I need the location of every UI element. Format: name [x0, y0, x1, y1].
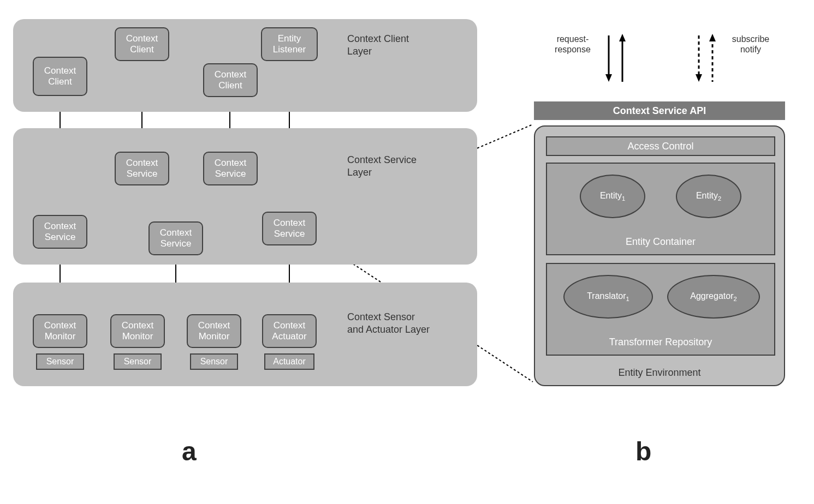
context-service-4: Context Service: [148, 221, 203, 255]
entity-environment-label: Entity Environment: [535, 367, 784, 379]
context-service-1: Context Service: [33, 215, 87, 249]
context-monitor-1: Context Monitor: [33, 314, 87, 348]
transformer-repo-label: Transformer Repository: [547, 337, 774, 348]
context-actuator: Context Actuator: [262, 314, 317, 348]
context-monitor-3: Context Monitor: [187, 314, 241, 348]
context-service-5: Context Service: [262, 212, 317, 245]
translator-1: Translator1: [563, 275, 653, 319]
sensor-2: Sensor: [114, 353, 162, 370]
context-client-2: Context Client: [115, 27, 169, 61]
figure-label-a: a: [182, 436, 197, 466]
entity-2: Entity2: [676, 175, 741, 218]
sensor-3: Sensor: [190, 353, 238, 370]
entity-container: Entity1 Entity2 Entity Container: [546, 163, 775, 255]
context-monitor-2: Context Monitor: [110, 314, 165, 348]
context-client-3: Context Client: [203, 63, 258, 97]
entity-environment: Access Control Entity1 Entity2 Entity Co…: [534, 125, 785, 386]
figure-label-b: b: [635, 436, 651, 466]
entity-listener: Entity Listener: [261, 27, 318, 61]
context-service-api-bar: Context Service API: [534, 101, 785, 120]
sensor-layer-label: Context Sensor and Actuator Layer: [347, 311, 473, 337]
context-service-2: Context Service: [115, 152, 169, 185]
svg-marker-164: [619, 34, 626, 41]
context-service-3: Context Service: [203, 152, 258, 185]
access-control: Access Control: [546, 136, 775, 156]
entity-container-label: Entity Container: [547, 236, 774, 248]
sensor-1: Sensor: [36, 353, 84, 370]
client-layer-label: Context Client Layer: [347, 33, 456, 58]
aggregator-2: Aggregator2: [667, 275, 760, 319]
svg-marker-166: [696, 74, 702, 82]
service-layer-label: Context Service Layer: [347, 154, 456, 179]
entity-1: Entity1: [580, 175, 645, 218]
svg-marker-168: [709, 34, 716, 41]
actuator: Actuator: [264, 353, 314, 370]
svg-marker-162: [605, 74, 612, 82]
legend-request-response: request- response: [548, 34, 597, 55]
legend-subscribe-notify: subscribe notify: [726, 34, 775, 55]
context-client-1: Context Client: [33, 57, 87, 96]
transformer-repository: Translator1 Aggregator2 Transformer Repo…: [546, 263, 775, 356]
